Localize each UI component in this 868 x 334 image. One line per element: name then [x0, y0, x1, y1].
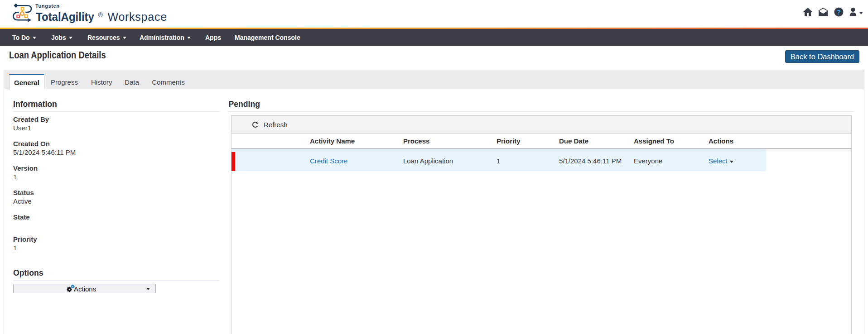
svg-text:?: ?: [837, 9, 841, 16]
